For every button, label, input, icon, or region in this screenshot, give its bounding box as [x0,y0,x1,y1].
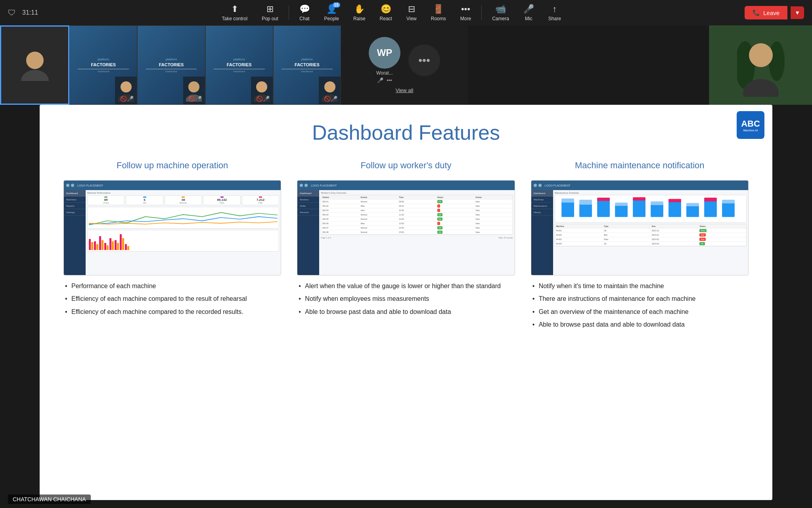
mic-muted-icon: 🚫🎤 [324,96,337,102]
share-icon: ↑ [552,4,557,14]
svg-point-2 [121,81,132,92]
mic-button[interactable]: 🎤 Mic [518,2,540,23]
svg-rect-34 [722,200,735,203]
svg-rect-26 [651,201,663,205]
mic-muted-icon: 🚫🎤 [120,96,134,102]
bullet-item: Notify when it's time to maintain the ma… [531,282,749,291]
leave-area: 📞 Leave ▼ [745,6,804,19]
svg-rect-31 [704,200,717,217]
svg-point-0 [26,52,44,69]
participant-tile[interactable]: platform FACTORIES Dashboard 🚫🎤 [137,25,205,105]
top-bar-left: 🛡 31:11 [8,8,38,17]
bullet-item: Performance of each machine [63,282,281,291]
leave-chevron-button[interactable]: ▼ [791,6,804,19]
svg-rect-23 [633,198,645,217]
svg-rect-32 [704,198,717,201]
svg-rect-17 [579,203,592,217]
feature-screenshot-2: LOGO PLACEMENT Dashboard Workers Shifts … [297,180,515,275]
mic-muted-icon: 🚫🎤 [256,96,270,102]
time-display: 31:11 [22,9,38,16]
raise-button[interactable]: ✋ Raise [348,2,371,23]
bullet-item: Able to browse past data and able to dow… [297,308,515,316]
raise-icon: ✋ [354,4,365,14]
abc-logo-subtitle: Machine AI [743,129,758,132]
feature-bullets-3: Notify when it's time to maintain the ma… [531,282,749,333]
participants-avatars-row: WP Worat... 🎤 ••• ••• [369,37,440,83]
separator-1 [289,6,289,20]
svg-rect-27 [668,201,681,217]
view-all-button[interactable]: View all [396,87,414,93]
features-grid: Follow up machine operation LOGO PLACEME… [63,160,749,333]
more-button[interactable]: ••• More [455,2,477,23]
feature-screenshot-3: LOGO PLACEMENT Dashboard Machines Mainte… [531,180,749,275]
take-control-icon: ⬆ [231,4,238,14]
avatar-wp: WP [369,37,400,69]
feature-screenshot-1: LOGO PLACEMENT Dashboard Machines Report… [63,180,281,275]
people-icon: 👤15 [326,4,337,14]
svg-point-8 [324,81,335,92]
people-button[interactable]: 👤15 People [319,2,345,23]
svg-rect-22 [615,203,628,206]
avatar-more: ••• [408,44,440,76]
rooms-icon: 🚪 [433,4,444,14]
svg-rect-16 [561,198,574,202]
person-avatar [19,49,51,81]
participant-tile[interactable] [0,25,69,105]
svg-rect-28 [668,199,681,202]
bullet-item: Notify when employees miss measurements [297,294,515,303]
bullet-item: Get an overview of the maintenance of ea… [531,308,749,316]
svg-rect-25 [651,204,663,217]
feature-col-1: Follow up machine operation LOGO PLACEME… [63,160,281,333]
bullet-item: There are instructions of maintenance fo… [531,294,749,303]
right-participant-video [737,33,785,97]
svg-point-13 [749,43,773,67]
leave-button[interactable]: 📞 Leave [745,6,787,19]
feature-bullets-1: Performance of each machine Efficiency o… [63,282,281,320]
right-participant-tile[interactable] [709,25,812,105]
top-bar: 🛡 31:11 ⬆ Take control ⊞ Pop out 💬 Chat … [0,0,812,25]
svg-rect-19 [597,200,610,217]
mic-muted-icon: 🚫🎤 [188,96,202,102]
worat-controls: 🎤 ••• [377,77,392,83]
chat-button[interactable]: 💬 Chat [294,2,316,23]
pop-out-icon: ⊞ [266,4,274,14]
take-control-button[interactable]: ⬆ Take control [216,2,253,23]
svg-rect-15 [561,200,574,217]
svg-rect-18 [579,200,592,204]
participants-strip: platform FACTORIES Dashboard 🚫🎤 platform… [0,25,341,105]
svg-rect-30 [686,203,699,206]
more-icon: ••• [461,4,470,14]
participant-video [1,27,68,104]
rooms-button[interactable]: 🚪 Rooms [425,2,452,23]
pop-out-button[interactable]: ⊞ Pop out [256,2,283,23]
camera-button[interactable]: 📹 Camera [486,2,515,23]
feature-col-2: Follow up worker's duty LOGO PLACEMENT D… [297,160,515,333]
svg-point-4 [188,81,199,92]
name-tag: CHATCHAWAN CHAICHANA [8,495,91,504]
view-button[interactable]: ⊟ View [401,2,422,23]
svg-rect-29 [686,206,699,217]
mic-icon: 🎤 [523,4,534,14]
feature-bullets-2: Alert when the value of the gauge is low… [297,282,515,320]
participant-tile[interactable]: platform FACTORIES Dashboard 🚫🎤 [273,25,341,105]
svg-rect-21 [615,205,628,217]
svg-rect-33 [722,203,735,217]
shield-icon: 🛡 [8,8,16,17]
react-button[interactable]: 😊 React [374,2,398,23]
view-icon: ⊟ [408,4,415,14]
svg-rect-20 [597,198,610,201]
feature-title-1: Follow up machine operation [63,160,281,171]
feature-col-3: Machine maintenance notification LOGO PL… [531,160,749,333]
slide-title: Dashboard Features [63,121,749,144]
bullet-item: Efficiency of each machine compared to t… [63,308,281,316]
feature-title-2: Follow up worker's duty [297,160,515,171]
participant-tile[interactable]: platform FACTORIES Dashboard 🚫🎤 [69,25,137,105]
participant-tile[interactable]: platform FACTORIES Dashboard 🚫🎤 [205,25,273,105]
chat-icon: 💬 [299,4,310,14]
bullet-item: Alert when the value of the gauge is low… [297,282,515,291]
toolbar: ⬆ Take control ⊞ Pop out 💬 Chat 👤15 Peop… [216,2,566,23]
separator-2 [481,6,482,20]
svg-point-12 [769,41,785,81]
share-button[interactable]: ↑ Share [543,2,567,23]
bullet-item: Able to browse past data and able to dow… [531,320,749,329]
